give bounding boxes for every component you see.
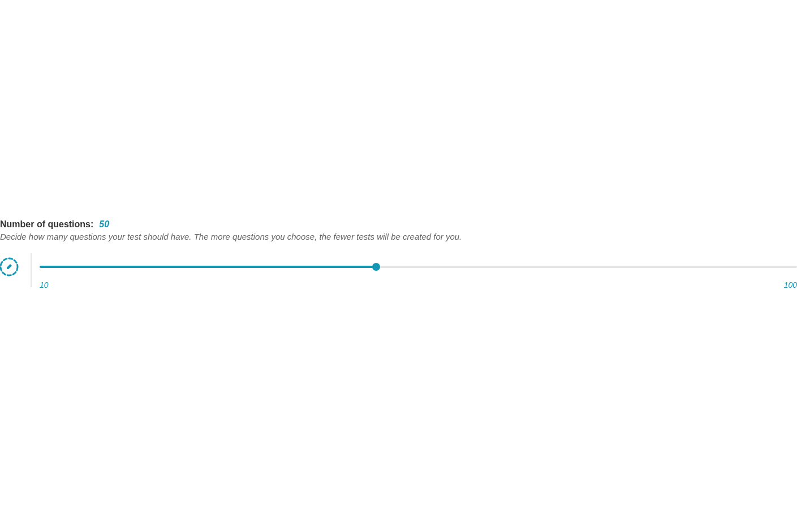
slider-thumb[interactable] <box>372 263 380 271</box>
slider-max-label: 100 <box>784 280 797 289</box>
questions-description: Decide how many questions your test shou… <box>0 232 797 241</box>
slider-fill <box>40 266 376 268</box>
slider-track[interactable] <box>40 266 797 268</box>
questions-config-section: Number of questions: 50 Decide how many … <box>0 219 797 289</box>
edit-dashed-icon <box>0 257 19 276</box>
slider-section: 10 100 <box>0 259 797 289</box>
questions-label: Number of questions: <box>0 219 93 230</box>
slider-range-labels: 10 100 <box>40 280 797 289</box>
header-row: Number of questions: 50 <box>0 219 797 230</box>
questions-slider[interactable]: 10 100 <box>40 259 797 289</box>
slider-min-label: 10 <box>40 280 49 289</box>
questions-value: 50 <box>99 219 109 230</box>
vertical-divider <box>31 253 32 287</box>
